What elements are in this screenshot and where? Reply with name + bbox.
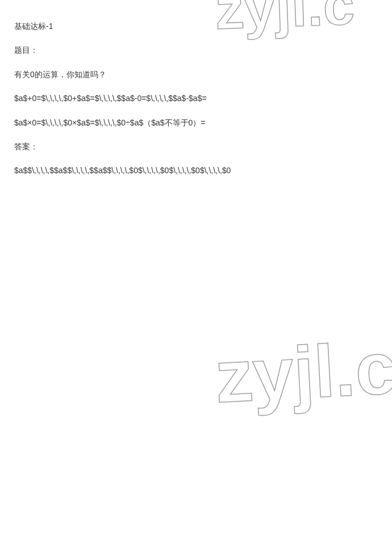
question-text: 有关0的运算，你知道吗？	[14, 68, 378, 81]
answer-text: $a$$\,\,\,\,$$a$$\,\,\,\,$$a$$\,\,\,\,$0…	[14, 164, 378, 177]
answer-label: 答案：	[14, 140, 378, 153]
expression-line-1: $a$+0=$\,\,\,\,$0+$a$=$\,\,\,\,$$a$-0=$\…	[14, 92, 378, 104]
document-content: 基础达标-1 题目： 有关0的运算，你知道吗？ $a$+0=$\,\,\,\,$…	[0, 0, 392, 208]
heading: 基础达标-1	[14, 20, 378, 32]
watermark-bottom: zyjl.c	[216, 312, 392, 443]
question-label: 题目：	[14, 44, 378, 56]
expression-line-2: $a$×0=$\,\,\,\,$0×$a$=$\,\,\,\,$0÷$a$（$a…	[14, 116, 378, 129]
watermark-text: zyjl.c	[216, 326, 392, 418]
